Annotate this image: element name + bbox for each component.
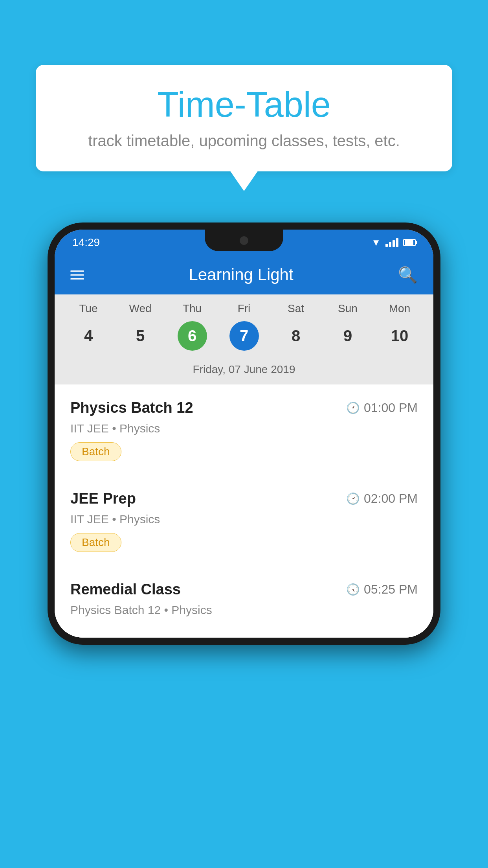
- dates-row: 4 5 6 7 8 9 10: [55, 318, 433, 359]
- schedule-time-2: 🕑 02:00 PM: [346, 491, 418, 506]
- app-bar: Learning Light 🔍: [55, 255, 433, 294]
- schedule-title-1: Physics Batch 12: [70, 399, 193, 416]
- schedule-item-header-2: JEE Prep 🕑 02:00 PM: [70, 490, 418, 507]
- schedule-sub-2: IIT JEE • Physics: [70, 513, 418, 526]
- schedule-item-3[interactable]: Remedial Class 🕔 05:25 PM Physics Batch …: [55, 566, 433, 638]
- hamburger-menu-button[interactable]: [70, 270, 84, 280]
- schedule-item-header-1: Physics Batch 12 🕐 01:00 PM: [70, 399, 418, 416]
- date-10[interactable]: 10: [374, 321, 426, 351]
- day-sun: Sun: [322, 302, 374, 315]
- app-title: Learning Light: [189, 265, 293, 284]
- clock-icon-1: 🕐: [346, 401, 360, 414]
- calendar-section: Tue Wed Thu Fri Sat Sun Mon 4 5 6 7 8 9 …: [55, 294, 433, 384]
- days-header: Tue Wed Thu Fri Sat Sun Mon: [55, 294, 433, 318]
- signal-icon: [385, 238, 398, 247]
- schedule-sub-1: IIT JEE • Physics: [70, 422, 418, 435]
- day-tue: Tue: [62, 302, 114, 315]
- day-mon: Mon: [374, 302, 426, 315]
- selected-date-label: Friday, 07 June 2019: [55, 359, 433, 384]
- speech-bubble: Time-Table track timetable, upcoming cla…: [36, 65, 452, 171]
- schedule-time-3: 🕔 05:25 PM: [346, 582, 418, 597]
- batch-badge-1: Batch: [70, 442, 121, 461]
- status-time: 14:29: [72, 236, 100, 249]
- day-fri: Fri: [218, 302, 270, 315]
- batch-badge-2: Batch: [70, 533, 121, 552]
- battery-icon: [403, 239, 416, 246]
- schedule-list: Physics Batch 12 🕐 01:00 PM IIT JEE • Ph…: [55, 384, 433, 638]
- schedule-title-3: Remedial Class: [70, 581, 181, 598]
- date-4[interactable]: 4: [62, 321, 114, 351]
- date-8[interactable]: 8: [270, 321, 322, 351]
- schedule-title-2: JEE Prep: [70, 490, 136, 507]
- schedule-item-2[interactable]: JEE Prep 🕑 02:00 PM IIT JEE • Physics Ba…: [55, 475, 433, 566]
- schedule-time-1: 🕐 01:00 PM: [346, 401, 418, 415]
- phone-screen: 14:29 ▼: [55, 230, 433, 638]
- bubble-subtitle: track timetable, upcoming classes, tests…: [59, 132, 429, 150]
- date-7-selected[interactable]: 7: [229, 321, 259, 351]
- schedule-item-header-3: Remedial Class 🕔 05:25 PM: [70, 581, 418, 598]
- day-wed: Wed: [114, 302, 166, 315]
- status-icons: ▼: [371, 237, 416, 248]
- schedule-item-1[interactable]: Physics Batch 12 🕐 01:00 PM IIT JEE • Ph…: [55, 384, 433, 475]
- date-9[interactable]: 9: [322, 321, 374, 351]
- wifi-icon: ▼: [371, 237, 381, 248]
- phone-wrapper: 14:29 ▼: [48, 223, 440, 645]
- date-6-today[interactable]: 6: [178, 321, 207, 351]
- search-button[interactable]: 🔍: [398, 266, 418, 284]
- phone-notch: [205, 230, 283, 251]
- clock-icon-2: 🕑: [346, 492, 360, 505]
- day-sat: Sat: [270, 302, 322, 315]
- bubble-title: Time-Table: [59, 85, 429, 125]
- schedule-sub-3: Physics Batch 12 • Physics: [70, 603, 418, 617]
- clock-icon-3: 🕔: [346, 583, 360, 596]
- day-thu: Thu: [166, 302, 218, 315]
- camera-dot: [240, 236, 248, 245]
- phone-frame: 14:29 ▼: [48, 223, 440, 645]
- date-5[interactable]: 5: [114, 321, 166, 351]
